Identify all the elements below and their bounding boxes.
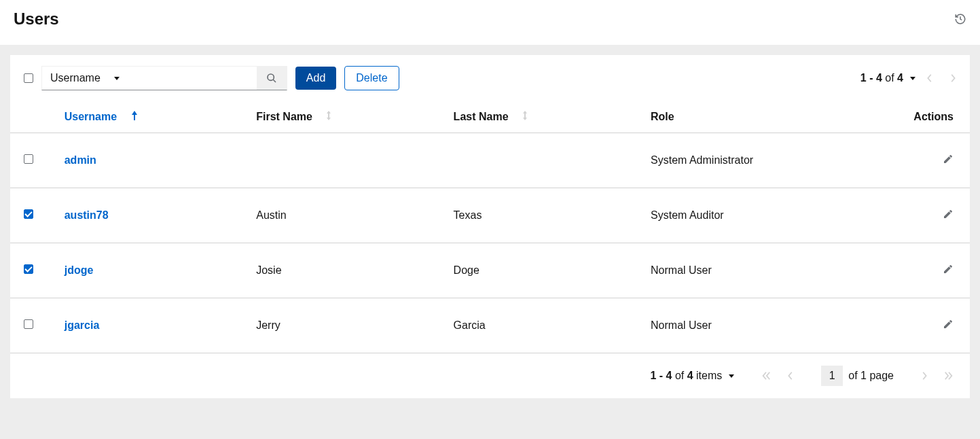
cell-first-name: Austin (242, 188, 439, 243)
search-input[interactable] (128, 67, 257, 90)
page-of-label: of 1 page (848, 370, 894, 382)
sort-icon (326, 112, 331, 122)
add-button[interactable]: Add (295, 67, 336, 90)
pagination-of: of (885, 72, 894, 84)
svg-point-0 (268, 74, 274, 80)
caret-down-icon (114, 77, 120, 80)
first-page-icon[interactable] (761, 371, 771, 381)
table-row: jgarcia Jerry Garcia Normal User (10, 298, 970, 353)
footer-items-label: items (696, 370, 722, 381)
svg-line-1 (273, 80, 276, 82)
column-header-first-name[interactable]: First Name (242, 101, 439, 133)
page-number-input[interactable] (821, 366, 843, 386)
username-link[interactable]: admin (65, 154, 96, 166)
table-row: admin System Administrator (10, 133, 970, 188)
filter-field-label: Username (50, 72, 101, 84)
cell-first-name (242, 133, 439, 188)
select-all-checkbox[interactable] (24, 73, 33, 83)
sort-icon (522, 112, 528, 122)
column-header-role: Role (637, 101, 900, 133)
pagination-summary[interactable]: 1 - 4 of 4 (860, 72, 915, 84)
prev-page-icon[interactable] (926, 73, 933, 83)
username-link[interactable]: jdoge (65, 264, 94, 276)
cell-last-name: Garcia (440, 298, 637, 353)
sort-asc-icon (131, 112, 138, 122)
table-row: jdoge Josie Doge Normal User (10, 243, 970, 298)
history-icon[interactable] (954, 13, 966, 25)
pagination-total: 4 (897, 72, 903, 84)
last-page-icon[interactable] (944, 371, 954, 381)
row-checkbox[interactable] (24, 319, 33, 329)
search-icon (266, 73, 277, 84)
footer-items-summary[interactable]: 1 - 4 of 4 items (650, 370, 734, 382)
cell-last-name: Texas (440, 188, 637, 243)
edit-icon[interactable] (943, 265, 954, 277)
delete-button[interactable]: Delete (344, 66, 399, 90)
cell-role: Normal User (637, 298, 900, 353)
cell-last-name (440, 133, 637, 188)
cell-role: System Administrator (637, 133, 900, 188)
cell-role: System Auditor (637, 188, 900, 243)
footer-items-total: 4 (687, 370, 693, 381)
next-page-icon[interactable] (921, 371, 928, 381)
table-row: austin78 Austin Texas System Auditor (10, 188, 970, 243)
row-checkbox[interactable] (24, 264, 33, 274)
edit-icon[interactable] (943, 155, 954, 166)
cell-last-name: Doge (440, 243, 637, 298)
column-header-actions: Actions (900, 101, 970, 133)
row-checkbox[interactable] (24, 209, 33, 219)
cell-first-name: Josie (242, 243, 439, 298)
footer-items-range: 1 - 4 (650, 370, 672, 381)
pagination-range: 1 - 4 (860, 72, 882, 84)
footer-items-of: of (675, 370, 684, 381)
username-link[interactable]: austin78 (65, 209, 109, 221)
caret-down-icon (910, 77, 915, 80)
cell-first-name: Jerry (242, 298, 439, 353)
search-button[interactable] (257, 67, 287, 90)
filter-field-dropdown[interactable]: Username (42, 67, 128, 90)
column-header-username[interactable]: Username (51, 101, 243, 133)
column-header-last-name[interactable]: Last Name (440, 101, 637, 133)
edit-icon[interactable] (943, 320, 954, 332)
prev-page-icon[interactable] (787, 371, 794, 381)
cell-role: Normal User (637, 243, 900, 298)
edit-icon[interactable] (943, 210, 954, 222)
page-title: Users (14, 10, 59, 29)
caret-down-icon (729, 374, 734, 378)
username-link[interactable]: jgarcia (65, 319, 100, 331)
row-checkbox[interactable] (24, 154, 33, 164)
next-page-icon[interactable] (949, 73, 956, 83)
